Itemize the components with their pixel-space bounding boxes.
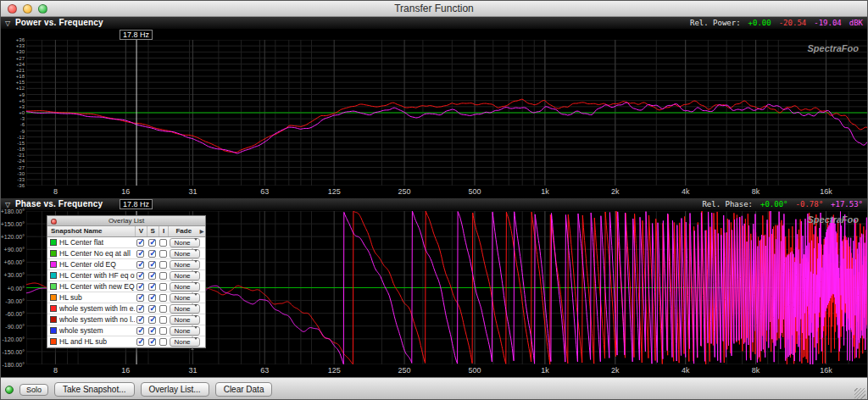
s-checkbox[interactable]: ✓ xyxy=(148,305,156,313)
snapshot-name[interactable]: HL Center with new EQ 1 xyxy=(59,282,135,291)
v-checkbox[interactable]: ✓ xyxy=(136,316,144,324)
check-mark-icon: ✓ xyxy=(149,314,156,324)
overlay-list-row[interactable]: HL and HL sub✓✓None xyxy=(47,336,205,347)
s-checkbox[interactable]: ✓ xyxy=(148,327,156,335)
fade-popup[interactable]: None xyxy=(170,293,200,303)
i-checkbox[interactable] xyxy=(159,250,167,258)
i-checkbox[interactable] xyxy=(159,294,167,302)
y-tick-label: +24 xyxy=(16,62,25,67)
s-checkbox[interactable]: ✓ xyxy=(148,261,156,269)
snapshot-name-cell: HL sub xyxy=(47,293,135,302)
snapshot-name[interactable]: HL Center flat xyxy=(59,238,103,247)
s-checkbox[interactable]: ✓ xyxy=(148,283,156,291)
i-checkbox[interactable] xyxy=(159,327,167,335)
i-checkbox[interactable] xyxy=(159,272,167,280)
fade-column-arrow-icon[interactable]: ▶ xyxy=(198,226,205,236)
check-mark-icon: ✓ xyxy=(149,292,156,302)
snapshot-color-swatch[interactable] xyxy=(50,272,57,279)
resize-grip[interactable] xyxy=(854,388,865,399)
snapshot-color-swatch[interactable] xyxy=(50,261,57,268)
i-checkbox[interactable] xyxy=(159,239,167,247)
v-checkbox[interactable]: ✓ xyxy=(136,338,144,346)
v-checkbox-cell: ✓ xyxy=(135,272,147,280)
i-checkbox[interactable] xyxy=(159,261,167,269)
overlay-list-row[interactable]: whole system with lm e...✓✓None xyxy=(47,303,205,314)
fade-popup[interactable]: None xyxy=(170,304,200,314)
palette-close-button[interactable] xyxy=(51,219,57,225)
v-checkbox-cell: ✓ xyxy=(135,338,147,346)
fade-popup[interactable]: None xyxy=(170,326,200,336)
snapshot-color-swatch[interactable] xyxy=(50,294,57,301)
solo-button[interactable]: Solo xyxy=(19,384,48,396)
zoom-button[interactable] xyxy=(38,4,47,14)
overlay-list-row[interactable]: HL Center old EQ✓✓None xyxy=(47,259,205,270)
snapshot-name-cell: whole system xyxy=(47,326,135,335)
snapshot-color-swatch[interactable] xyxy=(50,305,57,312)
fade-popup[interactable]: None xyxy=(170,315,200,325)
i-checkbox[interactable] xyxy=(159,305,167,313)
fade-popup[interactable]: None xyxy=(170,271,200,281)
snapshot-name[interactable]: HL sub xyxy=(59,293,82,302)
phase-disclosure-triangle[interactable]: ▽ xyxy=(5,201,10,208)
fade-popup[interactable]: None xyxy=(170,238,200,247)
phase-x-axis-labels: 81631631252505001k2k4k8k16k xyxy=(26,364,867,377)
fade-popup[interactable]: None xyxy=(170,337,200,347)
y-tick-label: +180.00° xyxy=(1,208,25,214)
s-checkbox[interactable]: ✓ xyxy=(148,272,156,280)
snapshot-color-swatch[interactable] xyxy=(50,250,57,257)
snapshot-color-swatch[interactable] xyxy=(50,338,57,345)
snapshot-name[interactable]: whole system xyxy=(59,326,103,335)
power-disclosure-triangle[interactable]: ▽ xyxy=(5,19,10,27)
overlay-list-row[interactable]: HL sub✓✓None xyxy=(47,292,205,303)
overlay-list-row[interactable]: HL Center with HF eq or...✓✓None xyxy=(47,270,205,281)
snapshot-color-swatch[interactable] xyxy=(50,283,57,290)
i-checkbox-cell xyxy=(159,250,169,258)
overlay-list-row[interactable]: whole system with no l...✓✓None xyxy=(47,314,205,325)
overlay-list-row[interactable]: HL Center with new EQ 1✓✓None xyxy=(47,281,205,292)
v-checkbox[interactable]: ✓ xyxy=(136,283,144,291)
v-checkbox[interactable]: ✓ xyxy=(136,305,144,313)
v-checkbox[interactable]: ✓ xyxy=(136,294,144,302)
snapshot-color-swatch[interactable] xyxy=(50,239,57,246)
s-checkbox[interactable]: ✓ xyxy=(148,239,156,247)
v-checkbox[interactable]: ✓ xyxy=(136,261,144,269)
snapshot-color-swatch[interactable] xyxy=(50,327,57,334)
snapshot-name[interactable]: whole system with lm e... xyxy=(59,304,135,313)
take-snapshot-button[interactable]: Take Snapshot... xyxy=(54,382,135,397)
fade-popup[interactable]: None xyxy=(170,249,200,258)
snapshot-name-cell: HL Center old EQ xyxy=(47,260,135,269)
s-checkbox[interactable]: ✓ xyxy=(148,294,156,302)
snapshot-color-swatch[interactable] xyxy=(50,316,57,323)
s-checkbox[interactable]: ✓ xyxy=(148,316,156,324)
i-checkbox[interactable] xyxy=(159,338,167,346)
fade-popup[interactable]: None xyxy=(170,260,200,269)
clear-data-button[interactable]: Clear Data xyxy=(215,382,273,397)
x-tick-label: 8 xyxy=(53,366,58,375)
i-checkbox[interactable] xyxy=(159,316,167,324)
overlay-list-row[interactable]: whole system✓✓None xyxy=(47,325,205,336)
power-plot-area[interactable]: SpectraFoo xyxy=(26,40,867,186)
v-checkbox[interactable]: ✓ xyxy=(136,272,144,280)
snapshot-name[interactable]: HL Center with HF eq or... xyxy=(59,271,135,280)
v-checkbox[interactable]: ✓ xyxy=(136,250,144,258)
overlay-list-row[interactable]: HL Center No eq at all✓✓None xyxy=(47,248,205,259)
overlay-list-titlebar[interactable]: Overlay List xyxy=(47,216,205,226)
overlay-list-row[interactable]: HL Center flat✓✓None xyxy=(47,237,205,248)
s-checkbox[interactable]: ✓ xyxy=(148,338,156,346)
minimize-button[interactable] xyxy=(23,4,32,14)
i-checkbox[interactable] xyxy=(159,283,167,291)
x-tick-label: 2k xyxy=(611,366,620,375)
x-tick-label: 250 xyxy=(398,187,411,196)
run-led-icon[interactable] xyxy=(5,386,14,394)
snapshot-name[interactable]: HL Center old EQ xyxy=(59,260,116,269)
fade-popup[interactable]: None xyxy=(170,282,200,292)
close-button[interactable] xyxy=(8,4,17,14)
snapshot-name[interactable]: HL and HL sub xyxy=(59,337,107,346)
snapshot-name[interactable]: whole system with no l... xyxy=(59,315,135,324)
s-checkbox[interactable]: ✓ xyxy=(148,250,156,258)
v-checkbox[interactable]: ✓ xyxy=(136,239,144,247)
v-checkbox[interactable]: ✓ xyxy=(136,327,144,335)
check-mark-icon: ✓ xyxy=(137,314,144,324)
snapshot-name[interactable]: HL Center No eq at all xyxy=(59,249,131,258)
overlay-list-button[interactable]: Overlay List... xyxy=(141,382,209,397)
